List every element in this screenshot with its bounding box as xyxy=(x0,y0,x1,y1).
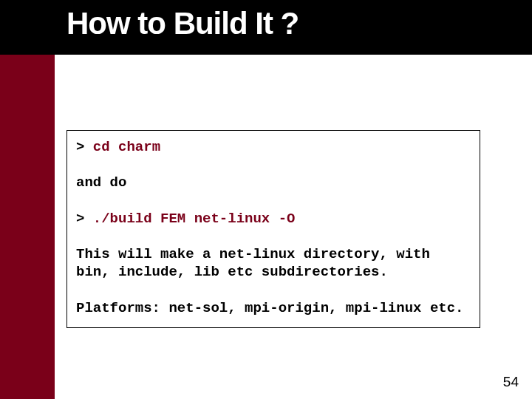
blank-line xyxy=(76,282,471,299)
page-number: 54 xyxy=(503,374,519,390)
blank-line xyxy=(76,156,471,174)
title-bar: How to Build It ? xyxy=(0,0,532,55)
prompt: > xyxy=(76,139,93,155)
code-line-1: > cd charm xyxy=(76,138,471,156)
code-line-3: > ./build FEM net-linux -O xyxy=(76,210,471,228)
blank-line xyxy=(76,192,471,210)
prompt: > xyxy=(76,211,93,227)
command: cd charm xyxy=(93,139,160,155)
command: ./build FEM net-linux -O xyxy=(93,211,296,227)
code-line-4: This will make a net-linux directory, wi… xyxy=(76,245,471,282)
slide: How to Build It ? > cd charm and do > ./… xyxy=(0,0,532,399)
sidebar-accent xyxy=(0,0,55,399)
code-line-5: Platforms: net-sol, mpi-origin, mpi-linu… xyxy=(76,299,471,317)
slide-title: How to Build It ? xyxy=(66,6,299,41)
blank-line xyxy=(76,228,471,245)
code-box: > cd charm and do > ./build FEM net-linu… xyxy=(66,130,480,328)
code-line-2: and do xyxy=(76,174,471,191)
